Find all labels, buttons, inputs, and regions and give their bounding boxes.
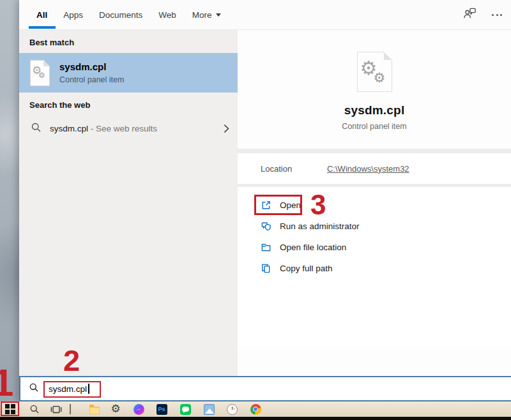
file-explorer-button[interactable] (89, 403, 100, 415)
location-link[interactable]: C:\Windows\system32 (327, 164, 409, 174)
filter-tabs: All Apps Documents Web More (36, 0, 221, 29)
messenger-button[interactable] (133, 403, 144, 415)
search-input[interactable]: sysdm.cpl (19, 376, 511, 401)
web-result-text: sysdm.cpl - See web results (50, 124, 157, 133)
web-query: sysdm.cpl (50, 124, 88, 133)
taskbar-separator (70, 404, 71, 414)
chevron-right-icon[interactable] (224, 124, 229, 133)
search-filter-bar: All Apps Documents Web More (19, 0, 511, 30)
best-match-header: Best match (19, 30, 238, 53)
search-query: sysdm.cpl (45, 384, 89, 394)
preview-title: sysdm.cpl (344, 103, 405, 117)
action-list: Open 3 Run as administrator (238, 187, 511, 349)
annotation-step-1: 1 (0, 364, 13, 402)
photos-icon (204, 404, 215, 415)
page-fold (43, 60, 50, 66)
tab-web[interactable]: Web (158, 0, 176, 29)
tab-all-label: All (36, 10, 47, 20)
tab-web-label: Web (158, 10, 176, 20)
start-search-window: All Apps Documents Web More (19, 0, 511, 401)
best-match-text: sysdm.cpl Control panel item (59, 61, 124, 84)
action-copy-full-path[interactable]: Copy full path (261, 258, 511, 279)
tab-documents[interactable]: Documents (99, 0, 142, 29)
photoshop-button[interactable]: Ps (156, 403, 167, 415)
location-label: Location (261, 164, 327, 174)
action-open[interactable]: Open 3 (261, 195, 511, 216)
tab-more[interactable]: More (192, 0, 221, 29)
windows-logo-icon (5, 404, 15, 414)
tab-apps[interactable]: Apps (63, 0, 83, 29)
settings-button[interactable] (110, 403, 121, 415)
action-run-admin-label: Run as administrator (280, 221, 360, 231)
clock-icon (227, 404, 238, 415)
task-view-button[interactable] (50, 403, 62, 415)
result-title: sysdm.cpl (59, 61, 124, 72)
location-row: Location C:\Windows\system32 (238, 153, 511, 184)
section-divider (238, 149, 511, 153)
tab-all[interactable]: All (36, 0, 47, 29)
search-icon (31, 122, 42, 135)
feedback-icon[interactable] (463, 7, 477, 22)
action-run-as-admin[interactable]: Run as administrator (261, 216, 511, 237)
line-app-button[interactable] (179, 403, 191, 415)
chrome-icon (250, 404, 261, 415)
control-panel-document-icon (30, 60, 50, 86)
task-view-icon (50, 404, 62, 415)
ellipsis-icon[interactable] (492, 14, 502, 16)
web-result-sysdm[interactable]: sysdm.cpl - See web results (19, 116, 238, 141)
photoshop-label: Ps (158, 406, 165, 412)
topbar-icons (463, 0, 502, 29)
search-icon (29, 404, 40, 414)
tab-documents-label: Documents (99, 10, 142, 20)
clock-app-button[interactable] (226, 403, 238, 415)
screen-bottom-edge (0, 417, 511, 420)
results-area: Best match sysdm.cpl Control panel item … (19, 30, 511, 376)
folder-icon (89, 407, 100, 414)
photos-app-button[interactable] (203, 403, 215, 415)
control-panel-document-icon (357, 52, 392, 92)
screen: All Apps Documents Web More (0, 0, 511, 420)
gear-icon (111, 403, 120, 415)
line-icon (180, 404, 191, 415)
copy-icon (261, 263, 271, 274)
tab-more-label: More (192, 10, 212, 20)
results-list-panel: Best match sysdm.cpl Control panel item … (19, 30, 238, 376)
annotation-box-open (254, 195, 302, 215)
start-button[interactable] (4, 403, 16, 415)
preview-header: sysdm.cpl Control panel item (238, 30, 511, 149)
annotation-step-2: 2 (63, 345, 80, 375)
page-fold (384, 52, 392, 60)
gear-icon (374, 71, 386, 85)
tab-apps-label: Apps (63, 10, 83, 20)
gear-icon (38, 71, 45, 79)
search-icon (29, 382, 39, 395)
photoshop-icon: Ps (156, 404, 167, 415)
annotation-box-query (43, 381, 101, 398)
web-suffix: - See web results (88, 124, 157, 133)
taskbar-search-button[interactable] (29, 403, 40, 415)
preview-subtitle: Control panel item (342, 122, 406, 131)
best-match-result-sysdm[interactable]: sysdm.cpl Control panel item (19, 53, 238, 93)
action-open-file-location[interactable]: Open file location (261, 237, 511, 258)
chevron-down-icon (216, 13, 221, 17)
messenger-icon (133, 404, 144, 415)
search-the-web-header: Search the web (19, 93, 238, 116)
shield-icon (261, 221, 271, 232)
active-tab-underline (29, 26, 56, 29)
preview-panel: sysdm.cpl Control panel item Location C:… (238, 30, 511, 376)
result-subtitle: Control panel item (59, 75, 124, 84)
action-open-location-label: Open file location (280, 243, 346, 252)
chrome-button[interactable] (250, 403, 261, 415)
folder-icon (261, 242, 271, 253)
annotation-step-3: 3 (310, 191, 326, 219)
action-copy-path-label: Copy full path (280, 264, 333, 273)
taskbar: Ps (0, 401, 511, 417)
